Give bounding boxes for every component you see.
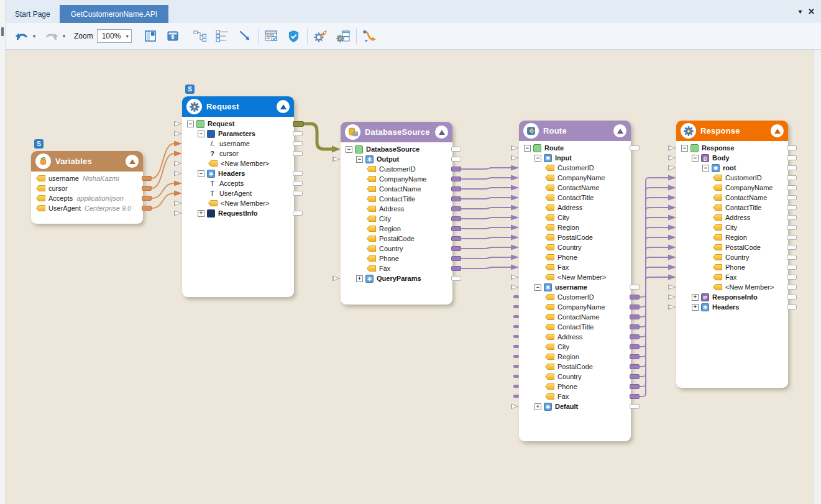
input-port-connected[interactable] xyxy=(511,264,519,270)
output-port-connected[interactable] xyxy=(142,196,152,201)
output-port[interactable] xyxy=(630,145,640,150)
input-port-connected[interactable] xyxy=(511,175,519,181)
input-port[interactable] xyxy=(174,200,182,206)
input-port[interactable] xyxy=(511,145,519,151)
output-port[interactable] xyxy=(787,175,797,180)
output-port[interactable] xyxy=(787,285,797,290)
input-port-connected[interactable] xyxy=(511,234,519,241)
tree-item-requestinfo[interactable]: +RequestInfo xyxy=(182,208,294,218)
tree-item-companyname[interactable]: CompanyName xyxy=(519,302,631,312)
tree-item-queryparams[interactable]: +∗QueryParams xyxy=(341,273,452,283)
tree-item-username[interactable]: /.username xyxy=(182,139,294,149)
fit-to-window-button[interactable] xyxy=(164,27,181,45)
connection-purple-9[interactable] xyxy=(461,208,511,209)
output-port-connected[interactable] xyxy=(630,384,640,389)
output-port-connected[interactable] xyxy=(451,167,461,172)
output-port[interactable] xyxy=(630,285,640,290)
input-port-connected[interactable] xyxy=(511,254,519,260)
mapped-port[interactable] xyxy=(513,335,519,338)
input-port-connected[interactable] xyxy=(511,195,519,201)
right-scroll-strip[interactable] xyxy=(813,23,821,504)
input-port-connected[interactable] xyxy=(511,214,519,221)
output-port-connected[interactable] xyxy=(451,236,461,241)
expand-node-icon[interactable]: + xyxy=(198,210,204,217)
preview-data-button[interactable]: 0100110 xyxy=(263,27,280,45)
input-port[interactable] xyxy=(174,210,182,216)
input-port[interactable] xyxy=(511,155,519,161)
connection-orange-3[interactable] xyxy=(152,193,174,208)
input-port-connected[interactable] xyxy=(174,190,182,196)
tree-item-phone[interactable]: Phone xyxy=(676,262,788,272)
collapse-node-icon[interactable]: − xyxy=(692,155,699,162)
input-port-connected[interactable] xyxy=(511,185,519,191)
tree-item-new-member[interactable]: <New Member> xyxy=(182,158,294,168)
tree-item-input[interactable]: −∗Input xyxy=(519,153,631,163)
tree-item-customerid[interactable]: CustomerID xyxy=(519,163,631,173)
input-port-connected[interactable] xyxy=(668,244,676,250)
output-port-connected[interactable] xyxy=(451,176,461,181)
expand-node-icon[interactable]: + xyxy=(356,275,363,282)
mapped-port[interactable] xyxy=(513,385,519,388)
tree-item-fax[interactable]: Fax xyxy=(676,272,788,282)
tree-item-output[interactable]: −∗Output xyxy=(341,154,452,164)
input-port-connected[interactable] xyxy=(668,204,676,211)
connection-purple-19[interactable] xyxy=(640,208,668,327)
tree-item-region[interactable]: Region xyxy=(519,352,631,362)
tree-item-postalcode[interactable]: PostalCode xyxy=(519,362,631,372)
tree-item-country[interactable]: Country xyxy=(676,252,788,262)
undo-button[interactable] xyxy=(13,27,30,45)
tree-item-contacttitle[interactable]: ContactTitle xyxy=(519,193,631,203)
input-port-connected[interactable] xyxy=(668,175,676,181)
output-port-connected[interactable] xyxy=(142,186,152,191)
output-port-connected[interactable] xyxy=(451,246,461,251)
input-port-connected[interactable] xyxy=(668,195,676,201)
output-port-connected[interactable] xyxy=(451,226,461,231)
output-port[interactable] xyxy=(451,147,461,152)
output-port-connected[interactable] xyxy=(630,364,640,369)
tree-item-region[interactable]: Region xyxy=(676,232,788,242)
output-port[interactable] xyxy=(451,157,461,162)
collapse-node-icon[interactable]: − xyxy=(524,145,531,152)
tree-item-city[interactable]: City xyxy=(519,342,631,352)
input-port-connected[interactable] xyxy=(668,274,676,280)
input-port[interactable] xyxy=(668,145,676,151)
input-port[interactable] xyxy=(174,121,182,127)
input-port-connected[interactable] xyxy=(511,165,519,171)
connection-purple-5[interactable] xyxy=(461,168,511,169)
tree-item-useragent[interactable]: TUserAgent xyxy=(182,188,294,198)
tree-item-fax[interactable]: Fax xyxy=(519,392,631,401)
tree-item-accepts[interactable]: TAccepts xyxy=(182,178,294,188)
connection-purple-24[interactable] xyxy=(640,257,668,377)
close-tab-icon[interactable]: ✕ xyxy=(808,7,815,16)
input-port-connected[interactable] xyxy=(174,180,182,186)
tree-item-fax[interactable]: Fax xyxy=(519,262,631,272)
tree-item-customerid[interactable]: CustomerID xyxy=(341,164,452,174)
mapped-port[interactable] xyxy=(513,395,519,398)
node-header[interactable]: Route xyxy=(519,121,631,141)
node-header[interactable]: Variables xyxy=(31,151,143,172)
output-port[interactable] xyxy=(787,275,797,280)
mapped-port[interactable] xyxy=(513,305,519,308)
output-port-connected[interactable] xyxy=(630,324,640,329)
connection-purple-7[interactable] xyxy=(461,188,511,189)
input-port[interactable] xyxy=(174,160,182,167)
collapse-button[interactable] xyxy=(435,126,448,139)
tree-item-contactname[interactable]: ContactName xyxy=(519,183,631,193)
output-port-connected[interactable] xyxy=(630,314,640,319)
tree-item-contactname[interactable]: ContactName xyxy=(676,193,788,203)
output-port-connected[interactable] xyxy=(630,305,640,309)
connection-purple-26[interactable] xyxy=(640,277,668,396)
collapse-node-icon[interactable]: − xyxy=(681,145,688,152)
tree-item-headers[interactable]: +∗Headers xyxy=(676,302,788,312)
tree-item-useragent[interactable]: UserAgentCenterprise 9.0 xyxy=(31,203,143,213)
output-port-connected[interactable] xyxy=(451,186,461,191)
input-port[interactable] xyxy=(668,294,676,300)
mapped-port[interactable] xyxy=(513,295,519,298)
layout-panels-button[interactable] xyxy=(142,27,159,45)
connection-purple-23[interactable] xyxy=(640,247,668,367)
tree-item-username[interactable]: −∗username xyxy=(519,282,631,292)
tree-item-city[interactable]: City xyxy=(676,222,788,232)
collapse-button[interactable] xyxy=(771,124,784,137)
tree-item-response[interactable]: −Response xyxy=(676,143,788,153)
node-databasesource[interactable]: DatabaseSource−DatabaseSource−∗OutputCus… xyxy=(341,122,452,305)
